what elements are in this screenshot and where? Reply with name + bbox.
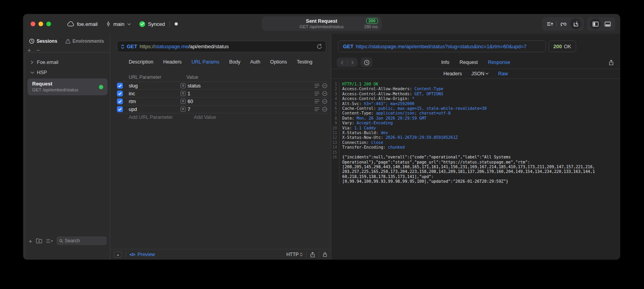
add-request-button[interactable]: + <box>29 238 32 244</box>
share-request-button[interactable] <box>310 252 315 258</box>
remove-row-icon[interactable] <box>322 99 327 104</box>
cloud-icon <box>67 21 74 27</box>
line-number: 4 <box>331 96 339 101</box>
equals-icon[interactable]: = <box>181 107 186 112</box>
ssl-lock-icon[interactable] <box>323 252 327 257</box>
tab-environments[interactable]: Environments <box>65 38 104 44</box>
sync-status-label[interactable]: Synced <box>148 21 165 27</box>
send-request-button[interactable] <box>544 18 556 29</box>
toggle-left-sidebar-button[interactable] <box>590 18 601 29</box>
url-bar[interactable]: GET https://statuspage.me/api/embed/stat… <box>117 41 326 52</box>
param-value[interactable]: status <box>188 83 314 89</box>
sent-request-summary[interactable]: Sent Request GET /api/embed/status 200 2… <box>262 16 382 31</box>
param-checkbox[interactable] <box>117 83 123 89</box>
collapse-panel-button[interactable]: ▲ <box>114 251 122 258</box>
param-name[interactable]: slug <box>129 83 181 89</box>
url-text[interactable]: https://statuspage.me/api/embed/status <box>140 44 229 49</box>
method-stepper-icon[interactable] <box>121 44 124 49</box>
response-line: 1 HTTP/1.1 200 OK <box>331 82 620 87</box>
tab-description[interactable]: Description <box>129 59 153 65</box>
add-param-value-placeholder[interactable]: Add Value <box>194 115 216 120</box>
response-tabs: InfoRequestResponse <box>441 60 510 65</box>
new-folder-button[interactable] <box>36 238 42 244</box>
equals-icon[interactable]: = <box>181 91 186 96</box>
request-list-item[interactable]: Request GET /api/embed/status <box>27 78 108 95</box>
zoom-button[interactable] <box>46 22 51 26</box>
chevron-right-icon[interactable] <box>31 60 34 64</box>
equals-icon[interactable]: = <box>181 83 186 88</box>
response-line: 10 Via: 1.1 Caddy <box>331 126 620 131</box>
minimize-button[interactable] <box>38 22 43 26</box>
add-param-row[interactable]: Add URL Parameter Add Value <box>117 113 328 121</box>
param-name[interactable]: rtm <box>129 99 181 104</box>
environments-icon <box>65 38 71 44</box>
param-checkbox[interactable] <box>117 106 123 112</box>
response-viewer: GET https://statuspage.me/api/embed/stat… <box>331 34 620 260</box>
tree-group-foe-email[interactable]: Foe.email <box>25 57 110 67</box>
line-number: 11 <box>331 131 339 135</box>
sync-loop-button[interactable] <box>558 18 569 29</box>
param-value[interactable]: 7 <box>188 107 314 112</box>
status-dot <box>175 22 178 25</box>
tab-body[interactable]: Body <box>229 59 241 65</box>
history-back-button[interactable] <box>337 60 347 65</box>
param-checkbox[interactable] <box>117 91 123 96</box>
param-name[interactable]: upd <box>129 107 181 112</box>
search-input[interactable] <box>65 238 104 244</box>
param-checkbox[interactable] <box>117 98 123 104</box>
check-icon <box>118 100 122 103</box>
preview-button[interactable]: </> Preview <box>130 252 155 257</box>
tab-auth[interactable]: Auth <box>250 59 260 65</box>
chevron-down-icon[interactable] <box>31 71 34 74</box>
add-param-name-placeholder[interactable]: Add URL Parameter <box>129 115 186 120</box>
protocol-selector[interactable]: HTTP <box>286 252 303 257</box>
response-line: 8 Date: Mon, 26 Jan 2026 20:29:59 GMT <box>331 116 620 121</box>
tab-url-params[interactable]: URL Params <box>192 59 219 65</box>
line-text: Access-Control-Allow-Headers: Content-Ty… <box>339 87 443 91</box>
tree-group-hsp[interactable]: HSP <box>25 67 110 78</box>
history-button[interactable] <box>361 58 372 67</box>
history-forward-button[interactable] <box>347 60 358 65</box>
param-value[interactable]: 1 <box>188 91 314 96</box>
close-button[interactable] <box>31 22 35 26</box>
sessions-panel: Foe.email HSP Request GET /api/embed/sta… <box>25 52 110 260</box>
row-menu-icon[interactable] <box>314 99 319 104</box>
import-response-button[interactable] <box>570 18 581 29</box>
row-menu-icon[interactable] <box>314 107 319 111</box>
tab-testing[interactable]: Testing <box>297 59 312 65</box>
method-label[interactable]: GET <box>127 44 137 49</box>
project-name[interactable]: foe.email <box>77 21 98 27</box>
equals-icon[interactable]: = <box>181 99 186 104</box>
row-menu-icon[interactable] <box>314 84 319 88</box>
tab-request[interactable]: Request <box>460 60 478 65</box>
line-text: Date: Mon, 26 Jan 2026 20:29:59 GMT <box>339 116 427 121</box>
tab-sessions[interactable]: Sessions <box>29 38 57 44</box>
sort-list-button[interactable] <box>46 238 53 244</box>
remove-session-button[interactable]: − <box>36 47 40 53</box>
tab-options[interactable]: Options <box>270 59 287 65</box>
subtab-headers[interactable]: Headers <box>443 71 462 76</box>
export-response-button[interactable] <box>609 60 614 65</box>
response-line: 5 Alt-Svc: h3=":443"; ma=2592000 <box>331 102 620 106</box>
add-session-button[interactable]: + <box>27 47 31 53</box>
bottom-panel-icon <box>604 21 611 27</box>
resend-button[interactable] <box>317 44 322 49</box>
search-field[interactable] <box>57 236 107 245</box>
remove-row-icon[interactable] <box>322 107 327 112</box>
toggle-bottom-panel-button[interactable] <box>602 18 613 29</box>
tab-headers[interactable]: Headers <box>163 59 182 65</box>
row-menu-icon[interactable] <box>314 91 319 96</box>
remove-row-icon[interactable] <box>322 91 327 96</box>
tab-info[interactable]: Info <box>441 60 449 65</box>
tab-response[interactable]: Response <box>488 60 510 65</box>
response-request-line[interactable]: GET https://statuspage.me/api/embed/stat… <box>338 40 546 52</box>
line-text: Alt-Svc: h3=":443"; ma=2592000 <box>339 102 414 106</box>
remove-row-icon[interactable] <box>322 83 327 88</box>
line-text: Transfer-Encoding: chunked <box>339 145 405 150</box>
branch-name[interactable]: main <box>113 21 124 27</box>
chevron-down-icon[interactable] <box>127 23 131 25</box>
subtab-raw[interactable]: Raw <box>498 71 508 76</box>
param-value[interactable]: 60 <box>188 99 314 104</box>
subtab-json[interactable]: JSON <box>471 71 489 76</box>
param-name[interactable]: inc <box>129 91 181 96</box>
